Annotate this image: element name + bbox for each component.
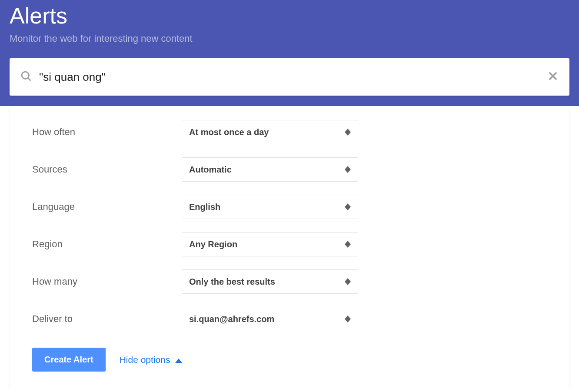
svg-marker-7 — [345, 169, 351, 173]
form-label: Language — [32, 201, 182, 213]
svg-marker-15 — [345, 319, 351, 322]
hide-options-link[interactable]: Hide options — [120, 355, 183, 365]
language-select[interactable]: English — [182, 195, 358, 219]
form-row-how-many: How many Only the best results — [32, 269, 547, 294]
svg-marker-13 — [345, 282, 351, 285]
search-container — [10, 58, 569, 96]
svg-marker-11 — [345, 244, 351, 248]
updown-icon — [345, 203, 351, 210]
updown-icon — [345, 316, 351, 322]
svg-marker-6 — [345, 166, 351, 169]
how-many-select[interactable]: Only the best results — [182, 269, 358, 294]
svg-marker-10 — [345, 241, 351, 244]
updown-icon — [345, 129, 351, 136]
svg-marker-14 — [345, 316, 351, 319]
form-row-language: Language English — [32, 195, 547, 219]
select-value: English — [189, 202, 220, 212]
how-often-select[interactable]: At most once a day — [182, 120, 358, 144]
svg-point-0 — [22, 72, 29, 79]
form-label: How many — [32, 276, 182, 287]
form-label: How often — [32, 126, 182, 138]
svg-marker-9 — [345, 207, 351, 210]
content-wrapper: How often At most once a day Sources Aut… — [0, 106, 579, 389]
form-row-how-often: How often At most once a day — [32, 120, 547, 144]
deliver-to-select[interactable]: si.quan@ahrefs.com — [182, 307, 358, 331]
page-subtitle: Monitor the web for interesting new cont… — [10, 33, 569, 44]
chevron-up-icon — [175, 355, 182, 365]
select-value: Only the best results — [189, 277, 275, 287]
form-label: Sources — [32, 164, 182, 175]
updown-icon — [345, 278, 351, 285]
svg-marker-12 — [345, 278, 351, 282]
svg-marker-5 — [345, 132, 351, 136]
form-row-deliver-to: Deliver to si.quan@ahrefs.com — [32, 307, 547, 331]
select-value: si.quan@ahrefs.com — [189, 314, 274, 324]
svg-marker-16 — [175, 359, 182, 363]
select-value: Automatic — [189, 165, 232, 175]
create-alert-button[interactable]: Create Alert — [32, 348, 106, 372]
header-banner: Alerts Monitor the web for interesting n… — [0, 0, 579, 106]
form-label: Region — [32, 239, 182, 250]
alert-form-panel: How often At most once a day Sources Aut… — [10, 106, 569, 389]
select-value: At most once a day — [189, 127, 269, 137]
hide-options-label: Hide options — [120, 355, 170, 365]
region-select[interactable]: Any Region — [182, 232, 358, 256]
page-title: Alerts — [10, 3, 569, 29]
select-value: Any Region — [189, 239, 237, 249]
svg-line-1 — [28, 78, 30, 80]
search-input[interactable] — [39, 70, 547, 84]
updown-icon — [345, 241, 351, 248]
form-label: Deliver to — [32, 313, 182, 325]
svg-marker-8 — [345, 203, 351, 207]
svg-marker-4 — [345, 129, 351, 132]
updown-icon — [345, 166, 351, 173]
form-row-region: Region Any Region — [32, 232, 547, 256]
actions-row: Create Alert Hide options — [32, 348, 547, 372]
sources-select[interactable]: Automatic — [182, 157, 358, 182]
form-row-sources: Sources Automatic — [32, 157, 547, 182]
search-icon — [20, 70, 32, 84]
close-icon[interactable] — [547, 70, 559, 84]
